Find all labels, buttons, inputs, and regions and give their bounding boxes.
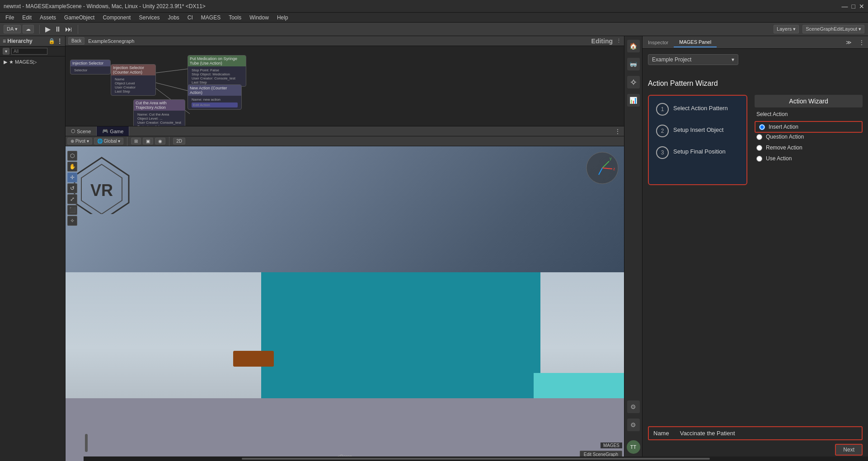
settings-icon-2[interactable]: ⚙ <box>627 419 640 431</box>
sceneview-tabs: ⬡ Scene 🎮 Game ⋮ <box>66 126 624 136</box>
use-action-radio[interactable] <box>756 156 762 162</box>
hierarchy-add-btn[interactable]: ▾ <box>3 48 9 55</box>
menu-item-help[interactable]: Help <box>273 14 292 22</box>
name-label: Name <box>653 430 669 437</box>
menu-item-file[interactable]: File <box>2 14 18 22</box>
next-btn[interactable]: Next <box>835 444 863 456</box>
scene-tab-label: Scene <box>77 129 91 134</box>
node-4[interactable]: New Action (Counter Action) Name: new ac… <box>188 84 242 110</box>
svg-line-0 <box>154 69 190 73</box>
pivot-btn[interactable]: ⊕ Pivot ▾ <box>67 138 92 144</box>
2d-btn[interactable]: 2D <box>173 138 185 144</box>
step-2-label: Setup Insert Object <box>673 125 723 133</box>
scenegraph-header: Back ExampleScenegraph Editing ⋮ <box>66 36 624 46</box>
scrollbar-horizontal[interactable] <box>242 458 710 460</box>
hierarchy-search[interactable] <box>11 48 47 55</box>
step-2-circle: 2 <box>656 125 669 137</box>
menu-item-tools[interactable]: Tools <box>225 14 245 22</box>
scenegraph-content[interactable]: Injection Selector Selector Injection Se… <box>66 46 624 126</box>
insert-action-label[interactable]: Insert Action <box>769 124 798 130</box>
step-1: 1 Select Action Pattern <box>656 103 739 116</box>
grid-btn[interactable]: ⊞ <box>131 138 141 144</box>
step-1-circle: 1 <box>656 103 669 116</box>
step-1-label: Select Action Pattern <box>673 103 728 112</box>
inspector-expand-icon[interactable]: ≫ <box>842 39 855 46</box>
center-area: Back ExampleScenegraph Editing ⋮ <box>66 36 624 461</box>
menu-item-mages[interactable]: MAGES <box>197 14 224 22</box>
render-btn[interactable]: ▣ <box>143 138 153 144</box>
hierarchy-panel: ≡ Hierarchy 🔒 ⋮ ▾ ▶ ★ MAGES▷ <box>0 36 66 461</box>
close-btn[interactable]: ✕ <box>859 3 864 10</box>
hierarchy-menu-icon[interactable]: ⋮ <box>57 38 62 44</box>
menu-item-assets[interactable]: Assets <box>36 14 60 22</box>
use-action-label[interactable]: Use Action <box>766 155 792 162</box>
insert-action-radio[interactable] <box>759 124 765 130</box>
account-btn[interactable]: DA ▾ <box>4 25 21 33</box>
menu-item-services[interactable]: Services <box>135 14 163 22</box>
step-3: 3 Setup Final Position <box>656 146 739 159</box>
scenegraph-menu-icon[interactable]: ⋮ <box>616 38 621 44</box>
tool-7[interactable]: ✧ <box>67 216 77 226</box>
pause-btn[interactable]: ⏸ <box>54 25 61 33</box>
svg-text:VR: VR <box>90 181 113 200</box>
back-btn[interactable]: Back <box>68 37 84 45</box>
game-tab[interactable]: 🎮 Game <box>97 126 129 136</box>
scrollbar-thumb[interactable] <box>85 434 88 452</box>
menu-item-ci[interactable]: CI <box>184 14 197 22</box>
question-action-label[interactable]: Question Action <box>766 134 804 140</box>
layout-btn[interactable]: SceneGraphEditLayout ▾ <box>802 25 864 33</box>
question-action-radio[interactable] <box>756 134 762 140</box>
step-btn[interactable]: ⏭ <box>65 25 72 33</box>
node-1[interactable]: Injection Selector Selector <box>70 60 111 75</box>
project-dropdown[interactable]: Example Project ▾ <box>648 54 738 65</box>
maximize-btn[interactable]: □ <box>852 3 855 10</box>
scene-tab[interactable]: ⬡ Scene <box>66 126 97 136</box>
game-icon: 🎮 <box>102 128 108 134</box>
menu-item-gameobject[interactable]: GameObject <box>61 14 98 22</box>
vr-icon[interactable]: 🥽 <box>627 58 640 70</box>
scene-canvas[interactable]: VR <box>66 146 624 461</box>
tab-inspector[interactable]: Inspector <box>643 38 674 47</box>
minimize-btn[interactable]: — <box>842 3 848 10</box>
inspector-menu-icon[interactable]: ⋮ <box>855 39 868 46</box>
tool-5[interactable]: ⤢ <box>67 194 77 204</box>
menubar: FileEditAssetsGameObjectComponentService… <box>0 13 868 23</box>
node-3[interactable]: Put Medication on Syringe Tube (Use Acti… <box>188 55 246 87</box>
menu-item-edit[interactable]: Edit <box>19 14 35 22</box>
hierarchy-item-mages[interactable]: ▶ ★ MAGES▷ <box>2 58 63 66</box>
tab-mages[interactable]: MAGES Panel <box>674 37 717 47</box>
game-tab-label: Game <box>110 129 123 134</box>
gizmo-btn[interactable]: ◉ <box>155 138 165 144</box>
menu-item-window[interactable]: Window <box>246 14 272 22</box>
tool-6[interactable]: ⬛ <box>67 205 77 215</box>
remove-action-radio[interactable] <box>756 145 762 151</box>
network-icon[interactable] <box>627 76 640 88</box>
chart-icon[interactable]: 📊 <box>627 94 640 107</box>
steps-panel: 1 Select Action Pattern 2 Setup Insert O… <box>648 95 747 185</box>
sceneview-menu-icon[interactable]: ⋮ <box>611 128 624 135</box>
editing-label: Editing <box>591 37 613 45</box>
home-icon[interactable]: 🏠 <box>627 40 640 52</box>
settings-icon-1[interactable]: ⚙ <box>627 400 640 413</box>
scene-tools-left: ⬡ ✋ ✛ ↺ ⤢ ⬛ ✧ <box>67 151 77 226</box>
tool-3[interactable]: ✛ <box>67 172 77 182</box>
hierarchy-lock-icon[interactable]: 🔒 <box>48 38 55 44</box>
chevron-down-icon: ▾ <box>732 56 734 63</box>
user-avatar[interactable]: TT <box>627 440 640 454</box>
tool-4[interactable]: ↺ <box>67 183 77 193</box>
scene-sep2 <box>169 137 169 146</box>
cloud-btn[interactable]: ☁ <box>23 25 34 33</box>
tool-1[interactable]: ⬡ <box>67 151 77 161</box>
play-btn[interactable]: ▶ <box>45 25 51 33</box>
node-5[interactable]: Cut the Area with Trajectory Action Name… <box>133 99 185 126</box>
remove-action-label[interactable]: Remove Action <box>766 144 802 151</box>
global-btn[interactable]: 🌐 Global ▾ <box>94 138 123 144</box>
node-2[interactable]: Injection Selector (Counter Action) Name… <box>111 64 156 96</box>
layers-btn[interactable]: Layers ▾ <box>774 25 799 33</box>
menu-item-jobs[interactable]: Jobs <box>164 14 183 22</box>
menu-item-component[interactable]: Component <box>99 14 134 22</box>
next-row: Next <box>648 444 863 456</box>
tool-2[interactable]: ✋ <box>67 162 77 172</box>
hierarchy-header: ≡ Hierarchy 🔒 ⋮ <box>0 36 65 47</box>
action-wizard-title: Action Wizard <box>755 95 863 107</box>
